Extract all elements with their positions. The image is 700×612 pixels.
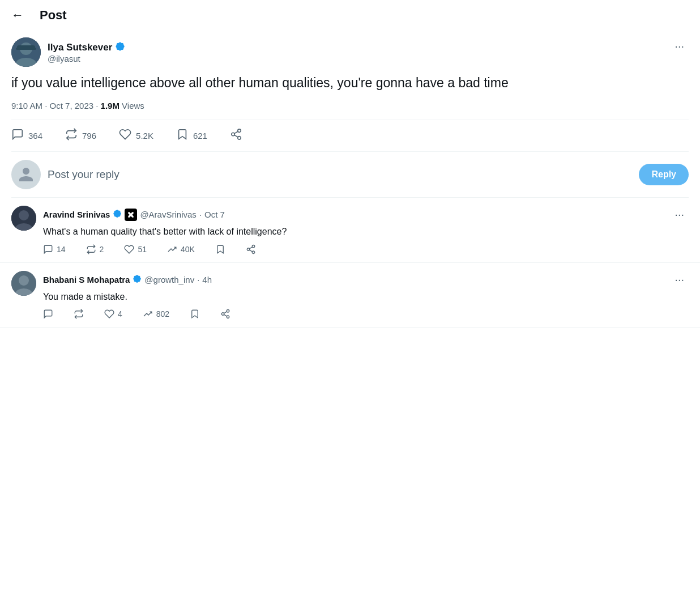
- svg-point-6: [232, 133, 235, 136]
- post-views-count: 1.9M: [101, 101, 119, 110]
- reply-avatar: [11, 206, 36, 231]
- reply-like-action[interactable]: 51: [124, 244, 147, 254]
- reply-item: Aravind Srinivas @AravSrinivas · Oct 7 ·…: [0, 198, 700, 262]
- reply-more-button[interactable]: ···: [670, 271, 689, 288]
- reply-content: Aravind Srinivas @AravSrinivas · Oct 7 ·…: [43, 206, 689, 254]
- reply-comment-action[interactable]: 14: [43, 244, 66, 254]
- page-title: Post: [40, 8, 67, 23]
- like-count: 5.2K: [136, 131, 153, 141]
- reply-comment-count: 14: [57, 245, 66, 254]
- reply-handle: @AravSrinivas: [140, 210, 196, 219]
- more-options-button[interactable]: ···: [670, 37, 689, 55]
- back-button[interactable]: ←: [11, 8, 24, 23]
- post-username-row: Ilya Sutskever: [48, 41, 125, 54]
- bookmark-count: 621: [193, 131, 207, 141]
- svg-point-7: [238, 137, 241, 140]
- verified-icon: [115, 41, 125, 54]
- reply-retweet-action[interactable]: 2: [86, 244, 104, 254]
- svg-line-24: [224, 314, 227, 316]
- reply-like-count: 51: [138, 245, 147, 254]
- reply-compose-box: Post your reply Reply: [11, 152, 689, 198]
- reply-retweet-action[interactable]: [74, 309, 84, 319]
- reply-views-count: 802: [156, 309, 169, 318]
- reply-avatar: [11, 271, 36, 296]
- svg-point-5: [238, 129, 241, 133]
- svg-point-23: [227, 316, 229, 318]
- reply-views-count: 40K: [181, 245, 195, 254]
- comment-icon: [11, 128, 24, 143]
- svg-point-22: [221, 313, 224, 316]
- reply-verified-icon: [133, 274, 142, 285]
- reply-like-count: 4: [118, 309, 122, 318]
- post-stats-row: 364 796 5.2K 621: [11, 120, 689, 152]
- heart-icon: [119, 128, 131, 143]
- separator: ·: [197, 275, 199, 284]
- post-time: 9:10 AM · Oct 7, 2023 ·: [11, 101, 101, 110]
- share-icon: [230, 128, 242, 143]
- main-post: Ilya Sutskever @ilyasut ··· if you value…: [0, 31, 700, 198]
- reply-time: Oct 7: [204, 210, 225, 219]
- post-user-details: Ilya Sutskever @ilyasut: [48, 41, 125, 63]
- perplexity-badge: [125, 209, 137, 221]
- post-meta: 9:10 AM · Oct 7, 2023 · 1.9M Views: [11, 101, 689, 110]
- post-views-label: Views: [119, 101, 144, 110]
- svg-line-25: [224, 312, 227, 313]
- header: ← Post: [0, 0, 700, 31]
- post-user-row: Ilya Sutskever @ilyasut ···: [11, 37, 689, 67]
- avatar: [11, 37, 41, 67]
- reply-retweet-count: 2: [100, 245, 104, 254]
- svg-point-13: [252, 245, 255, 248]
- reply-views-action[interactable]: 40K: [167, 244, 195, 254]
- reply-item: Bhabani S Mohapatra @growth_inv · 4h ···…: [0, 263, 700, 328]
- svg-line-17: [249, 246, 252, 248]
- svg-rect-3: [16, 48, 36, 50]
- reply-comment-action[interactable]: [43, 309, 53, 319]
- current-user-avatar: [11, 160, 41, 189]
- post-text: if you value intelligence above all othe…: [11, 74, 689, 92]
- svg-point-19: [19, 275, 29, 286]
- reply-content: Bhabani S Mohapatra @growth_inv · 4h ···…: [43, 271, 689, 319]
- reply-user-row: Bhabani S Mohapatra @growth_inv · 4h ···: [43, 271, 689, 288]
- svg-point-15: [252, 251, 255, 254]
- reply-user-row: Aravind Srinivas @AravSrinivas · Oct 7 ·…: [43, 206, 689, 223]
- reply-button[interactable]: Reply: [639, 164, 689, 185]
- reply-bookmark-action[interactable]: [215, 244, 225, 254]
- svg-line-8: [234, 135, 238, 138]
- reply-actions: 4 802: [43, 309, 689, 319]
- reply-user-info: Aravind Srinivas @AravSrinivas · Oct 7: [43, 209, 225, 221]
- share-stat[interactable]: [230, 128, 242, 143]
- post-handle: @ilyasut: [48, 54, 125, 63]
- separator: ·: [199, 210, 202, 219]
- svg-point-11: [19, 210, 29, 220]
- reply-views-action[interactable]: 802: [143, 309, 169, 319]
- reply-text: You made a mistake.: [43, 291, 689, 303]
- reply-display-name[interactable]: Bhabani S Mohapatra: [43, 275, 130, 284]
- reply-user-info: Bhabani S Mohapatra @growth_inv · 4h: [43, 274, 212, 285]
- svg-point-21: [227, 309, 229, 312]
- reply-actions: 14 2 51 40K: [43, 244, 689, 254]
- comment-stat[interactable]: 364: [11, 128, 42, 143]
- reply-input-placeholder[interactable]: Post your reply: [48, 168, 632, 181]
- reply-share-action[interactable]: [246, 244, 256, 254]
- bookmark-stat[interactable]: 621: [176, 128, 207, 143]
- retweet-stat[interactable]: 796: [65, 128, 96, 143]
- reply-bookmark-action[interactable]: [190, 309, 200, 319]
- reply-verified-icon: [113, 209, 122, 220]
- reply-display-name[interactable]: Aravind Srinivas: [43, 210, 110, 219]
- svg-point-14: [247, 248, 250, 250]
- post-user-info: Ilya Sutskever @ilyasut: [11, 37, 125, 67]
- reply-text: What's a human quality that's better wit…: [43, 226, 689, 238]
- retweet-count: 796: [82, 131, 96, 141]
- svg-line-16: [249, 250, 252, 252]
- reply-share-action[interactable]: [220, 309, 231, 319]
- post-display-name[interactable]: Ilya Sutskever: [48, 42, 112, 53]
- reply-like-action[interactable]: 4: [104, 309, 122, 319]
- bookmark-icon: [176, 128, 189, 143]
- reply-time: 4h: [202, 275, 212, 284]
- svg-line-9: [234, 131, 238, 134]
- retweet-icon: [65, 128, 78, 143]
- comment-count: 364: [28, 131, 42, 141]
- like-stat[interactable]: 5.2K: [119, 128, 153, 143]
- reply-more-button[interactable]: ···: [670, 206, 689, 223]
- reply-handle: @growth_inv: [144, 275, 194, 284]
